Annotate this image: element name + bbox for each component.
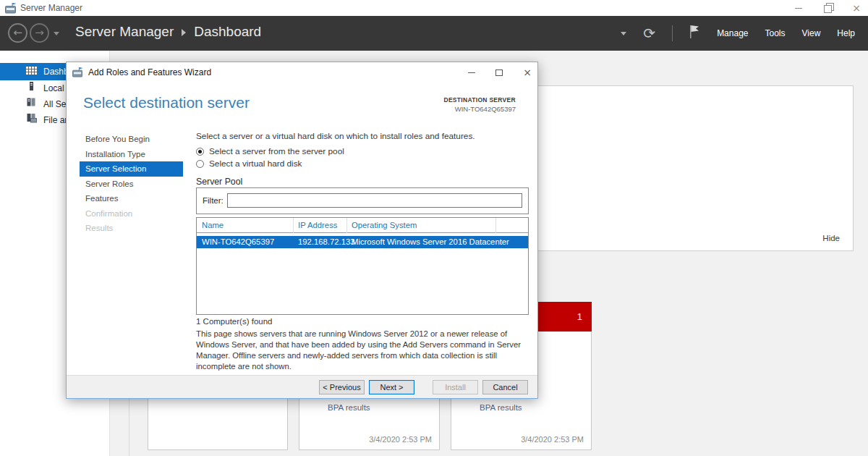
wizard-icon (72, 67, 83, 80)
next-button[interactable]: Next > (369, 380, 414, 394)
wizard-steps-nav: Before You Begin Installation Type Serve… (80, 132, 183, 236)
bpa-results-link[interactable]: BPA results (480, 403, 522, 412)
minimize-icon[interactable] (795, 8, 802, 9)
column-divider (346, 218, 347, 233)
step-confirmation: Confirmation (80, 206, 183, 221)
window-title: Server Manager (20, 3, 82, 13)
menu-help[interactable]: Help (837, 28, 855, 38)
dashboard-grid-icon (26, 63, 37, 80)
step-server-selection[interactable]: Server Selection (80, 161, 183, 177)
window-titlebar: Server Manager × (0, 0, 868, 16)
menu-manage[interactable]: Manage (717, 28, 748, 38)
add-roles-features-wizard: Add Roles and Features Wizard × Select d… (66, 62, 538, 399)
close-icon[interactable]: × (852, 3, 861, 13)
dialog-maximize-icon[interactable] (488, 62, 510, 83)
step-features[interactable]: Features (80, 191, 183, 206)
bpa-timestamp: 3/4/2020 2:53 PM (369, 435, 432, 444)
column-header-ip[interactable]: IP Address (298, 221, 337, 229)
menu-view[interactable]: View (802, 28, 821, 38)
server-pool-filter-box: Filter: (196, 187, 529, 214)
column-divider (495, 218, 496, 233)
destination-server-value: WIN-TO642Q65397 (443, 105, 516, 113)
radio-vhd-label: Select a virtual hard disk (209, 159, 302, 169)
column-header-os[interactable]: Operating System (352, 221, 417, 229)
cell-operating-system: Microsoft Windows Server 2016 Datacenter (352, 237, 509, 246)
wizard-intro-text: Select a server or a virtual hard disk o… (196, 131, 475, 141)
all-servers-icon (26, 96, 36, 112)
radio-server-pool-row: Select a server from the server pool (196, 146, 344, 156)
dialog-title: Add Roles and Features Wizard (88, 67, 211, 77)
hide-link[interactable]: Hide (822, 234, 840, 242)
forward-button[interactable]: → (30, 23, 49, 43)
bpa-results-link[interactable]: BPA results (328, 403, 370, 412)
breadcrumb-dashboard[interactable]: Dashboard (194, 24, 261, 40)
filter-label: Filter: (203, 196, 224, 205)
step-results: Results (80, 221, 183, 236)
server-pool-table: Name IP Address Operating System WIN-TO6… (196, 217, 529, 315)
bpa-timestamp: 3/4/2020 2:53 PM (521, 435, 584, 444)
radio-virtual-hard-disk[interactable] (196, 160, 204, 168)
destination-server-label: DESTINATION SERVER (443, 96, 516, 104)
history-dropdown-icon[interactable] (54, 32, 59, 35)
breadcrumb-separator-icon (182, 29, 186, 36)
breadcrumb: Server Manager Dashboard (75, 24, 261, 40)
back-button[interactable]: ← (8, 23, 27, 43)
radio-server-pool[interactable] (196, 148, 204, 156)
server-manager-window: Server Manager × ← → Server Manager Dash… (0, 0, 868, 456)
navigation-bar: ← → Server Manager Dashboard ⟳ Manage To… (0, 16, 868, 51)
column-divider (293, 218, 294, 233)
previous-button[interactable]: < Previous (319, 380, 365, 394)
cell-ip-address: 192.168.72.133 (298, 237, 355, 246)
toolbar-divider (672, 25, 673, 41)
filter-input[interactable] (227, 193, 522, 208)
dialog-minimize-icon[interactable] (461, 62, 482, 83)
radio-server-pool-label: Select a server from the server pool (209, 146, 344, 156)
table-header-row: Name IP Address Operating System (197, 218, 528, 233)
restore-icon[interactable] (824, 5, 830, 12)
radio-vhd-row: Select a virtual hard disk (196, 159, 302, 169)
wizard-heading: Select destination server (83, 94, 250, 111)
server-manager-icon (5, 3, 17, 17)
step-installation-type[interactable]: Installation Type (80, 147, 183, 162)
step-before-you-begin[interactable]: Before You Begin (80, 132, 183, 147)
breadcrumb-server-manager[interactable]: Server Manager (75, 24, 174, 40)
notifications-dropdown-icon[interactable] (621, 32, 626, 35)
dialog-close-icon[interactable]: × (516, 62, 538, 83)
dialog-titlebar: Add Roles and Features Wizard × (67, 62, 537, 83)
file-storage-icon (26, 112, 37, 128)
server-pool-label: Server Pool (196, 177, 242, 187)
install-button: Install (433, 380, 478, 394)
flag-icon[interactable] (689, 25, 700, 42)
wizard-footer: < Previous Next > Install Cancel (67, 375, 537, 398)
local-server-icon (26, 80, 36, 96)
alert-count-badge: 1 (577, 311, 582, 322)
step-server-roles[interactable]: Server Roles (80, 177, 183, 192)
computers-found-text: 1 Computer(s) found (196, 317, 272, 326)
menu-tools[interactable]: Tools (765, 28, 786, 38)
cell-server-name: WIN-TO642Q65397 (202, 237, 274, 246)
column-header-name[interactable]: Name (202, 221, 224, 229)
wizard-description: This page shows servers that are running… (196, 329, 533, 372)
cancel-button[interactable]: Cancel (482, 380, 528, 394)
table-row-selected[interactable]: WIN-TO642Q65397 192.168.72.133 Microsoft… (197, 236, 528, 248)
refresh-icon[interactable]: ⟳ (643, 26, 655, 41)
destination-server-block: DESTINATION SERVER WIN-TO642Q65397 (443, 96, 516, 113)
